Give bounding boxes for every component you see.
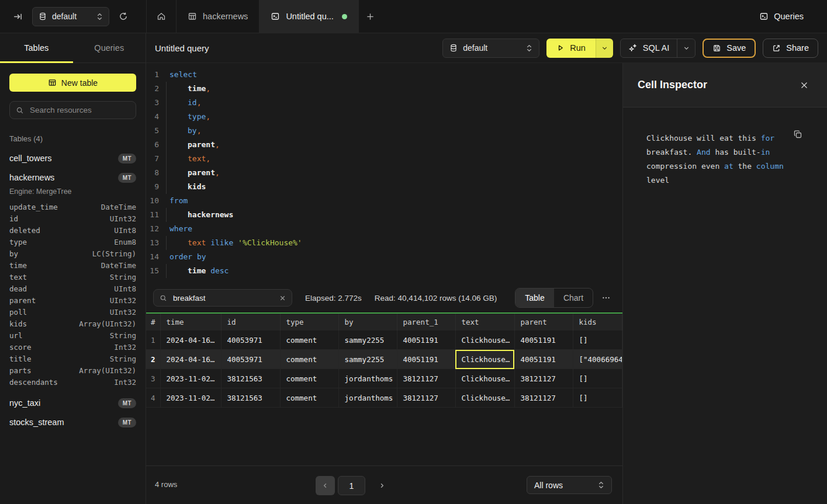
editor-line[interactable]: 3id, — [146, 96, 622, 110]
row-number[interactable]: 2 — [146, 350, 160, 369]
table-cell[interactable]: 2023-11-02… — [160, 369, 221, 388]
table-cell[interactable]: Clickhouse… — [455, 331, 514, 350]
column-row[interactable]: parentUInt32 — [9, 294, 136, 306]
collapse-sidebar-button[interactable] — [13, 12, 23, 22]
table-row[interactable]: 22024-04-16…40053971commentsammy22554005… — [146, 350, 622, 369]
editor-line[interactable]: 12where — [146, 222, 622, 236]
table-cell[interactable]: 2023-11-02… — [160, 388, 221, 408]
editor-line[interactable]: 9kids — [146, 180, 622, 194]
tab-hackernews[interactable]: hackernews — [177, 0, 259, 33]
save-button[interactable]: Save — [703, 39, 756, 58]
editor-line[interactable]: 6parent, — [146, 138, 622, 152]
table-cell[interactable]: Clickhouse… — [455, 369, 514, 388]
table-cell[interactable]: Clickhouse… — [455, 350, 514, 369]
page-number-input[interactable] — [338, 481, 365, 491]
row-number[interactable]: 1 — [146, 331, 160, 350]
column-header[interactable]: parent — [514, 313, 573, 331]
sidebar-tab-tables[interactable]: Tables — [0, 33, 73, 62]
sidebar-item-stocks-stream[interactable]: stocks_stream MT — [9, 416, 136, 428]
column-row[interactable]: textString — [9, 271, 136, 283]
editor-line[interactable]: 11hackernews — [146, 208, 622, 222]
editor-line[interactable]: 4type, — [146, 110, 622, 124]
previous-page-button[interactable] — [316, 476, 335, 495]
table-cell[interactable]: [] — [573, 388, 622, 408]
view-toggle-table[interactable]: Table — [515, 289, 554, 307]
editor-line[interactable]: 14order by — [146, 250, 622, 264]
table-cell[interactable]: 40051191 — [514, 350, 573, 369]
table-cell[interactable]: sammy2255 — [338, 350, 397, 369]
editor-line[interactable]: 1select — [146, 68, 622, 82]
clear-search-icon[interactable] — [279, 295, 286, 301]
table-cell[interactable]: [] — [573, 369, 622, 388]
editor-line[interactable]: 8parent, — [146, 166, 622, 180]
copy-cell-button[interactable] — [793, 130, 802, 139]
table-cell[interactable]: ["40066964… — [573, 350, 622, 369]
table-cell[interactable]: jordanthoms — [338, 369, 397, 388]
table-row[interactable]: 42023-11-02…38121563commentjordanthoms38… — [146, 388, 622, 408]
column-row[interactable]: typeEnum8 — [9, 236, 136, 248]
table-cell[interactable]: 38121563 — [221, 388, 280, 408]
table-cell[interactable]: 38121127 — [397, 369, 455, 388]
column-row[interactable]: descendantsInt32 — [9, 376, 136, 388]
column-header[interactable]: parent_1 — [397, 313, 455, 331]
results-search-input[interactable] — [172, 293, 275, 303]
table-cell[interactable]: 2024-04-16… — [160, 350, 221, 369]
editor-line[interactable]: 15time desc — [146, 264, 622, 278]
row-number[interactable]: 3 — [146, 369, 160, 388]
column-header[interactable]: kids — [573, 313, 622, 331]
sidebar-item-hackernews[interactable]: hackernews MT — [9, 172, 136, 183]
new-tab-button[interactable] — [366, 12, 375, 21]
resource-search-input[interactable] — [29, 105, 130, 115]
page-size-selector[interactable]: All rows — [527, 476, 612, 494]
table-cell[interactable]: comment — [280, 388, 338, 408]
column-row[interactable]: titleString — [9, 353, 136, 364]
share-button[interactable]: Share — [763, 39, 818, 58]
queries-button[interactable]: Queries — [759, 12, 804, 21]
table-row[interactable]: 32023-11-02…38121563commentjordanthoms38… — [146, 369, 622, 388]
sidebar-item-nyc-taxi[interactable]: nyc_taxi MT — [9, 397, 136, 409]
column-header[interactable]: # — [146, 313, 160, 331]
column-row[interactable]: urlString — [9, 329, 136, 341]
editor-line[interactable]: 5by, — [146, 124, 622, 138]
database-selector[interactable]: default — [32, 7, 109, 26]
table-cell[interactable]: comment — [280, 350, 338, 369]
table-cell[interactable]: [] — [573, 331, 622, 350]
results-search[interactable] — [153, 289, 292, 307]
column-row[interactable]: deadUInt8 — [9, 283, 136, 294]
editor-line[interactable]: 10from — [146, 194, 622, 208]
close-inspector-button[interactable] — [800, 81, 808, 89]
table-cell[interactable]: 38121127 — [514, 388, 573, 408]
column-header[interactable]: time — [160, 313, 221, 331]
column-row[interactable]: idUInt32 — [9, 213, 136, 224]
row-number[interactable]: 4 — [146, 388, 160, 408]
editor-line[interactable]: 7text, — [146, 152, 622, 166]
table-cell[interactable]: 40053971 — [221, 331, 280, 350]
run-database-selector[interactable]: default — [442, 39, 539, 58]
column-header[interactable]: type — [280, 313, 338, 331]
table-cell[interactable]: comment — [280, 331, 338, 350]
table-cell[interactable]: 40051191 — [397, 331, 455, 350]
column-row[interactable]: deletedUInt8 — [9, 224, 136, 236]
table-cell[interactable]: 38121127 — [397, 388, 455, 408]
more-options-button[interactable] — [601, 293, 611, 303]
table-cell[interactable]: 2024-04-16… — [160, 331, 221, 350]
sql-ai-button[interactable]: SQL AI — [621, 43, 677, 53]
sql-editor[interactable]: 1select2time,3id,4type,5by,6parent,7text… — [146, 63, 622, 286]
sidebar-item-cell-towers[interactable]: cell_towers MT — [9, 152, 136, 164]
resource-search[interactable] — [9, 101, 136, 119]
table-cell[interactable]: comment — [280, 369, 338, 388]
table-cell[interactable]: 40051191 — [514, 331, 573, 350]
column-row[interactable]: update_timeDateTime — [9, 201, 136, 213]
column-row[interactable]: scoreInt32 — [9, 341, 136, 353]
new-table-button[interactable]: New table — [9, 74, 136, 92]
sql-ai-options-button[interactable] — [677, 39, 695, 57]
table-cell[interactable]: Clickhouse… — [455, 388, 514, 408]
column-row[interactable]: kidsArray(UInt32) — [9, 318, 136, 329]
column-header[interactable]: id — [221, 313, 280, 331]
column-row[interactable]: partsArray(UInt32) — [9, 364, 136, 376]
refresh-button[interactable] — [119, 12, 128, 21]
table-cell[interactable]: jordanthoms — [338, 388, 397, 408]
column-row[interactable]: pollUInt32 — [9, 306, 136, 318]
view-toggle-chart[interactable]: Chart — [554, 289, 593, 307]
editor-line[interactable]: 13text ilike '%ClickHouse%' — [146, 236, 622, 250]
